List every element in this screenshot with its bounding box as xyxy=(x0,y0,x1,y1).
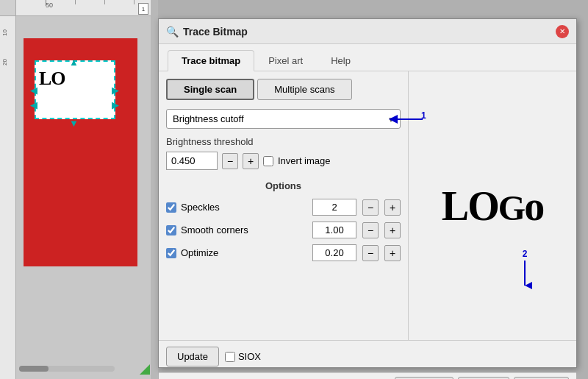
smooth-corners-checkbox[interactable] xyxy=(166,225,176,235)
brightness-cutoff-row: Brightness cutoff Edge detection Color q… xyxy=(166,109,401,129)
scroll-thumb[interactable] xyxy=(19,366,49,372)
logo-preview: LOGo xyxy=(442,185,543,227)
right-panel: LOGo 2 xyxy=(409,71,576,340)
siox-label: SIOX xyxy=(238,351,261,362)
speckles-checkbox[interactable] xyxy=(166,202,176,213)
ruler-left: 10 20 xyxy=(0,0,16,379)
speckles-label-container: Speckles xyxy=(166,202,306,213)
annotation-2: 2 xyxy=(517,249,532,290)
brightness-cutoff-select[interactable]: Brightness cutoff Edge detection Color q… xyxy=(166,109,401,129)
handle-right: ▶ xyxy=(112,85,119,96)
green-triangle-icon xyxy=(140,364,150,375)
revert-button[interactable]: Revert xyxy=(395,377,453,380)
tab-bar: Trace bitmap Pixel art Help xyxy=(159,44,576,71)
multiple-scans-button[interactable]: Multiple scans xyxy=(257,79,351,100)
ruler-mark: 50 xyxy=(46,1,53,9)
handle-bottom: ▼ xyxy=(69,118,79,129)
annotation-arrow-2-icon xyxy=(517,261,532,290)
smooth-corners-decrease-button[interactable]: − xyxy=(362,222,379,238)
canvas-area: 50 10 20 1 LO ◀ ◀ ▶ ▶ ▲ ▼ xyxy=(0,0,154,379)
handle-top: ▲ xyxy=(69,57,79,68)
threshold-decrease-button[interactable]: − xyxy=(222,153,238,169)
smooth-corners-label: Smooth corners xyxy=(181,224,248,235)
optimize-label-container: Optimize xyxy=(166,247,306,258)
tab-trace-bitmap[interactable]: Trace bitmap xyxy=(168,50,254,71)
single-scan-button[interactable]: Single scan xyxy=(166,79,254,100)
optimize-decrease-button[interactable]: − xyxy=(362,245,379,261)
optimize-checkbox[interactable] xyxy=(166,248,176,258)
handle-left2: ◀ xyxy=(30,99,37,110)
invert-image-text: Invert image xyxy=(278,155,331,166)
speckles-increase-button[interactable]: + xyxy=(384,199,401,216)
optimize-input[interactable] xyxy=(312,244,356,261)
page-icon: 1 xyxy=(138,3,148,15)
update-row: Update SIOX xyxy=(159,340,576,372)
invert-image-checkbox[interactable] xyxy=(263,156,273,166)
trace-bitmap-dialog: 🔍 Trace Bitmap ✕ Trace bitmap Pixel art … xyxy=(158,18,577,368)
speckles-input[interactable] xyxy=(312,199,356,216)
siox-container: SIOX xyxy=(225,351,261,362)
threshold-label: Brightness threshold xyxy=(166,136,401,147)
smooth-corners-label-container: Smooth corners xyxy=(166,224,306,235)
tab-pixel-art[interactable]: Pixel art xyxy=(254,50,317,71)
left-panel: Single scan Multiple scans Brightness cu… xyxy=(159,71,409,340)
invert-image-label: Invert image xyxy=(263,155,331,166)
canvas-viewport: LO ◀ ◀ ▶ ▶ ▲ ▼ xyxy=(16,16,154,379)
ruler-corner xyxy=(0,0,16,16)
siox-checkbox[interactable] xyxy=(225,352,235,362)
horizontal-scrollbar[interactable] xyxy=(19,366,115,372)
smooth-corners-row: Smooth corners − + xyxy=(166,222,401,238)
annotation-number-2: 2 xyxy=(523,249,528,259)
close-button[interactable]: ✕ xyxy=(556,25,569,38)
canvas-logo-text: LO xyxy=(39,68,65,90)
smooth-corners-input[interactable] xyxy=(312,222,356,238)
smooth-corners-increase-button[interactable]: + xyxy=(384,222,401,238)
optimize-row: Optimize − + xyxy=(166,244,401,261)
options-header: Options xyxy=(166,180,401,191)
optimize-label: Optimize xyxy=(181,247,218,258)
stop-button[interactable]: Stop xyxy=(458,377,509,380)
speckles-decrease-button[interactable]: − xyxy=(362,199,379,216)
scan-mode-buttons: Single scan Multiple scans xyxy=(166,79,401,100)
dialog-icon: 🔍 xyxy=(166,26,179,38)
handle-left: ◀ xyxy=(30,85,37,96)
dialog-titlebar: 🔍 Trace Bitmap ✕ xyxy=(159,19,576,44)
handle-right2: ▶ xyxy=(112,99,119,110)
speckles-row: Speckles − + xyxy=(166,199,401,216)
apply-button[interactable]: Apply xyxy=(514,377,569,380)
dialog-title: Trace Bitmap xyxy=(183,26,551,38)
preview-text: LOGo xyxy=(442,183,543,229)
dialog-content: Single scan Multiple scans Brightness cu… xyxy=(159,71,576,340)
speckles-label: Speckles xyxy=(181,202,220,213)
ruler-top: 50 xyxy=(16,0,154,16)
logo-white-bg: LO xyxy=(35,60,115,119)
threshold-increase-button[interactable]: + xyxy=(243,153,259,169)
divider-strip xyxy=(151,0,158,379)
brightness-cutoff-dropdown-container: Brightness cutoff Edge detection Color q… xyxy=(166,109,401,129)
button-bar: Revert Stop Apply xyxy=(159,372,576,379)
threshold-input[interactable] xyxy=(166,152,218,170)
optimize-increase-button[interactable]: + xyxy=(384,245,401,261)
update-button[interactable]: Update xyxy=(166,347,219,366)
threshold-input-row: − + Invert image xyxy=(166,152,401,170)
tab-help[interactable]: Help xyxy=(317,50,365,71)
